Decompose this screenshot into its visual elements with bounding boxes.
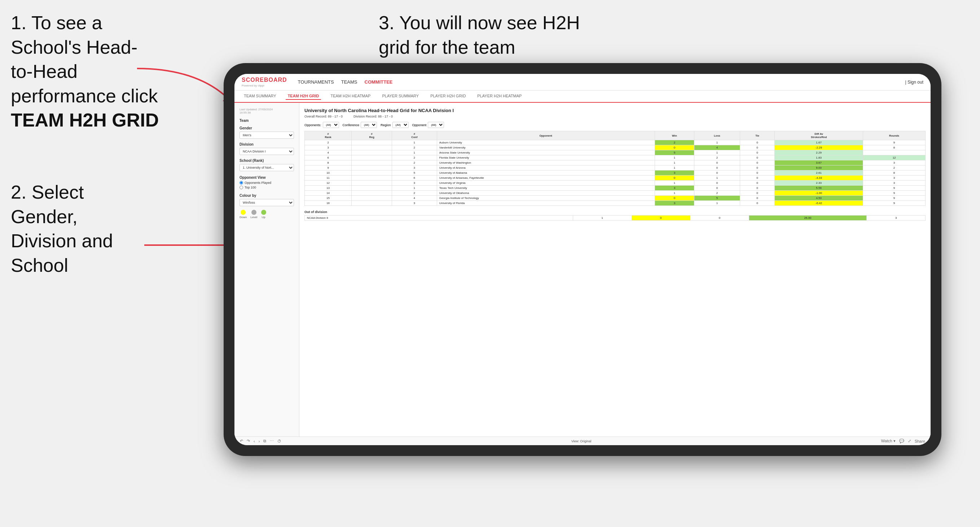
cell-conf: 3 (392, 165, 437, 170)
cell-win: 1 (655, 191, 694, 196)
legend-level-label: Level (250, 216, 257, 219)
instruction-step1: 1. To see a School's Head- to-Head perfo… (11, 11, 177, 133)
legend-up-label: Up (261, 216, 265, 219)
cell-rank: 6 (305, 156, 352, 160)
cell-loss: 1 (694, 201, 740, 206)
tablet-frame: SCOREBOARD Powered by clippi TOURNAMENTS… (224, 63, 942, 456)
sub-nav-player-h2h-heatmap[interactable]: PLAYER H2H HEATMAP (475, 93, 524, 100)
cell-win: 1 (655, 160, 694, 165)
cell-tie: 0 (740, 201, 775, 206)
cell-opponent: Florida State University (437, 156, 655, 160)
cell-diff: -2.29 (775, 145, 863, 150)
cell-rank: 16 (305, 201, 352, 206)
legend-down-label: Down (240, 216, 247, 219)
cell-reg (352, 196, 392, 201)
sub-nav-player-summary[interactable]: PLAYER SUMMARY (380, 93, 421, 100)
watch-button[interactable]: Watch ▾ (881, 439, 896, 443)
sub-nav-team-summary[interactable]: TEAM SUMMARY (242, 93, 278, 100)
nav-tournaments[interactable]: TOURNAMENTS (298, 78, 334, 86)
cell-rank: 10 (305, 170, 352, 176)
cell-tie: 0 (740, 170, 775, 176)
cell-win: 5 (655, 150, 694, 156)
nav-committee[interactable]: COMMITTEE (365, 78, 393, 86)
cell-rank: 3 (305, 145, 352, 150)
radio-top100[interactable]: Top 100 (240, 186, 294, 189)
nav-items: TOURNAMENTS TEAMS COMMITTEE (298, 78, 393, 86)
school-select[interactable]: 1. University of Nort... (240, 164, 294, 171)
cell-loss: 1 (694, 176, 740, 181)
col-diff: Diff AvStrokes/Rnd (775, 131, 863, 140)
table-row: 4 1 Arizona State University 5 1 0 2.29 (305, 150, 926, 156)
cell-conf: 1 (392, 186, 437, 191)
cell-reg (352, 150, 392, 156)
division-select[interactable]: NCAA Division I (240, 148, 294, 155)
cell-reg (352, 181, 392, 186)
cell-conf: 2 (392, 160, 437, 165)
conference-filter-select[interactable]: (All) (361, 122, 377, 128)
last-updated: Last Updated: 27/03/2024 16:55:38 (240, 108, 294, 114)
division-record: Division Record: 88 - 17 - 0 (353, 114, 393, 118)
cell-opponent: Georgia Institute of Technology (437, 196, 655, 201)
legend-level-dot (251, 210, 256, 215)
cell-rounds (863, 150, 926, 156)
cell-tie: 0 (740, 160, 775, 165)
cell-rounds: 3 (863, 160, 926, 165)
sign-out-button[interactable]: | Sign out (905, 80, 924, 85)
gender-select[interactable]: Men's (240, 132, 294, 139)
cell-diff: 2.29 (775, 150, 863, 156)
cell-reg (352, 160, 392, 165)
grid-area: University of North Carolina Head-to-Hea… (299, 103, 931, 437)
opponents-filter-select[interactable]: (All) (323, 122, 339, 128)
col-tie: Tie (740, 131, 775, 140)
copy-button[interactable]: ⧉ (263, 439, 266, 443)
table-row: 13 1 Texas Tech University 3 0 0 5.56 9 (305, 186, 926, 191)
out-of-division-table: NCAA Division II 1 0 0 26.00 3 (304, 215, 926, 221)
ood-loss: 0 (632, 216, 690, 221)
cell-opponent: Arizona State University (437, 150, 655, 156)
opponent-filter-select[interactable]: (All) (428, 122, 444, 128)
undo-button[interactable]: ↶ (240, 439, 243, 443)
nav-teams[interactable]: TEAMS (341, 78, 358, 86)
cell-conf: 2 (392, 145, 437, 150)
cell-reg (352, 201, 392, 206)
cell-opponent: University of Florida (437, 201, 655, 206)
sub-nav-team-h2h-grid[interactable]: TEAM H2H GRID (286, 93, 321, 100)
sub-nav-team-h2h-heatmap[interactable]: TEAM H2H HEATMAP (328, 93, 372, 100)
nav-bar: SCOREBOARD Powered by clippi TOURNAMENTS… (234, 74, 931, 90)
redo-button[interactable]: ↷ (247, 439, 250, 443)
cell-win: 3 (655, 186, 694, 191)
cell-diff: 4.50 (775, 196, 863, 201)
cell-rounds: 8 (863, 170, 926, 176)
overall-record: Overall Record: 89 - 17 - 0 (304, 114, 343, 118)
cell-loss: 1 (694, 140, 740, 145)
team-h2h-grid-label: TEAM H2H GRID (11, 110, 159, 130)
radio-opponents-played[interactable]: Opponents Played (240, 181, 294, 184)
legend-up-dot (261, 210, 266, 215)
cell-loss: 2 (694, 156, 740, 160)
left-panel: Last Updated: 27/03/2024 16:55:38 Team G… (234, 103, 299, 437)
bottom-toolbar: ↶ ↷ ‹ › ⧉ ⋯ ⏱ View: Original Watch ▾ 💬 ⤢… (234, 437, 931, 445)
colour-by-select[interactable]: Win/loss (240, 199, 294, 206)
forward-button[interactable]: › (259, 439, 260, 443)
cell-rounds: 9 (863, 140, 926, 145)
clock-button[interactable]: ⏱ (277, 439, 282, 443)
share-icon[interactable]: ⤢ (908, 439, 911, 443)
sub-nav-player-h2h-grid[interactable]: PLAYER H2H GRID (428, 93, 468, 100)
cell-tie: 0 (740, 176, 775, 181)
logo-sub: Powered by clippi (242, 84, 287, 87)
logo-text: SCOREBOARD (242, 77, 287, 83)
back-button[interactable]: ‹ (254, 439, 255, 443)
cell-rank: 4 (305, 150, 352, 156)
share-button[interactable]: Share (915, 439, 925, 443)
ood-diff: 26.00 (749, 216, 867, 221)
comment-button[interactable]: 💬 (899, 439, 904, 443)
cell-diff: -4.33 (775, 176, 863, 181)
cell-loss: 0 (694, 165, 740, 170)
cell-win: 2 (655, 140, 694, 145)
more-button[interactable]: ⋯ (270, 439, 274, 443)
region-filter-select[interactable]: (All) (393, 122, 409, 128)
table-row: 6 2 Florida State University 1 2 0 1.83 … (305, 156, 926, 160)
cell-diff: 3.67 (775, 160, 863, 165)
view-label: View: Original (571, 440, 591, 443)
cell-conf: 4 (392, 196, 437, 201)
